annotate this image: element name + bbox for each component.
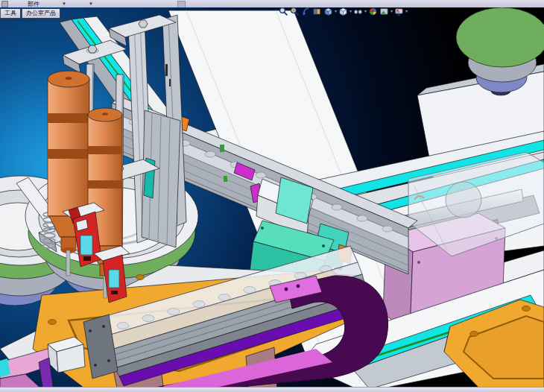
assembly-3d-scene[interactable] [0,7,544,387]
dropdown-caret-icon[interactable]: ▾ [405,7,408,16]
zoom-to-area-icon[interactable] [290,7,300,16]
dropdown-caret-icon[interactable]: ▾ [350,7,352,16]
section-view-icon[interactable] [312,7,322,16]
assembly-menu-label[interactable]: 部件 [28,1,39,7]
dropdown-caret-icon[interactable]: ▾ [364,7,367,16]
heads-up-view-toolbar: ▾ ▾ ▾ [279,7,408,16]
view-orientation-icon[interactable] [323,7,333,16]
dropdown-caret-icon[interactable]: ▼ [89,1,93,7]
hide-show-items-icon[interactable] [353,7,363,16]
previous-view-icon[interactable] [301,7,311,16]
view-settings-icon[interactable] [394,7,404,16]
edit-appearance-icon[interactable] [368,7,378,16]
apply-scene-icon[interactable] [379,7,389,16]
toolbar-app-icon[interactable] [1,1,8,7]
hex-bolt [139,20,148,28]
bottom-window-edge [0,387,544,392]
dropdown-caret-icon[interactable]: ▾ [390,7,393,16]
graphics-viewport[interactable]: ▾ ▾ ▾ [0,7,544,387]
dropdown-caret-icon[interactable]: ▾ [335,7,337,16]
tab-tools[interactable]: 工具 [0,8,21,19]
tab-office-products[interactable]: 办公室产品 [22,8,60,19]
green-stop-block [220,145,224,152]
dropdown-caret-icon[interactable]: ▼ [62,1,66,7]
command-tabs: 工具 办公室产品 [0,8,61,19]
cad-application-window: 部件 ▼ ▼ 工具 办公室产品 [0,0,544,392]
zoom-to-fit-icon[interactable] [279,7,288,16]
display-style-icon[interactable] [338,7,348,16]
